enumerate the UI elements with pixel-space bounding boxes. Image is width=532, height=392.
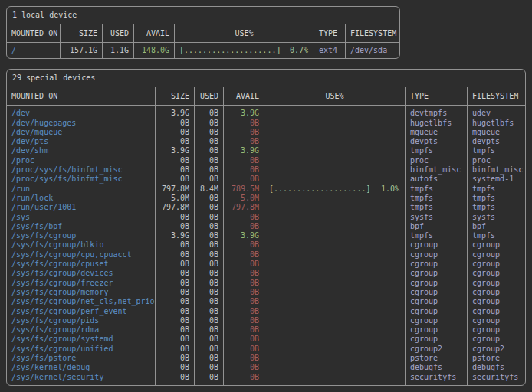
cell-used: 0B	[195, 240, 223, 250]
cell-fs: cgroup	[468, 335, 525, 344]
cell-size: 0B	[156, 156, 194, 165]
cell-size: 0B	[156, 119, 194, 128]
cell-mount: /dev/pts	[7, 137, 155, 146]
terminal-screen[interactable]: 1 local device MOUNTED ONSIZEUSEDAVAILUS…	[0, 0, 532, 392]
usage-bar	[269, 373, 274, 382]
usage-bar	[269, 213, 274, 222]
cell-fs: cgroup2	[468, 345, 525, 354]
usage-bar	[269, 194, 274, 203]
cell-size: 0B	[156, 345, 194, 354]
usage-bar-cell	[264, 137, 405, 146]
cell-fs: securityfs	[468, 373, 525, 382]
cell-mount: /sys/fs/cgroup/cpuset	[7, 260, 155, 269]
cell-mount: /proc	[7, 156, 155, 165]
cell-fs: tmpfs	[468, 203, 525, 212]
usage-bar-cell	[264, 222, 405, 231]
cell-mount: /sys/fs/cgroup/pids	[7, 316, 155, 325]
cell-avail: 0B	[224, 279, 264, 288]
cell-used: 0B	[195, 231, 223, 240]
cell-fs: /dev/sda	[346, 46, 399, 55]
local-devices-table: 1 local device MOUNTED ONSIZEUSEDAVAILUS…	[6, 6, 400, 59]
usage-bar	[269, 240, 274, 250]
usage-bar-cell	[264, 307, 405, 316]
usage-bar-cell	[264, 146, 405, 155]
usage-bar	[269, 363, 274, 372]
column-header-size: SIZE	[155, 87, 194, 105]
column-header-avail: AVAIL	[133, 24, 174, 42]
cell-used: 0B	[195, 363, 223, 372]
usage-bar: [....................]	[269, 185, 370, 194]
column-header-filesystem: FILESYSTEM	[467, 87, 525, 105]
column-header-type: TYPE	[405, 87, 467, 105]
usage-bar-cell	[264, 345, 405, 354]
cell-type: cgroup	[406, 316, 467, 325]
cell-avail: 3.9G	[224, 109, 264, 118]
cell-size: 0B	[156, 137, 194, 146]
cell-used: 0B	[195, 194, 223, 203]
cell-avail: 0B	[224, 156, 264, 165]
cell-used: 0B	[195, 288, 223, 297]
cell-avail: 0B	[224, 373, 264, 382]
cell-type: cgroup	[406, 240, 467, 250]
column-type: ext4	[314, 43, 345, 58]
cell-size: 0B	[156, 222, 194, 231]
usage-bar-cell	[264, 165, 405, 175]
usage-bar-cell	[264, 373, 405, 382]
cell-avail: 0B	[224, 345, 264, 354]
cell-size: 3.9G	[156, 109, 194, 118]
cell-used: 0B	[195, 109, 223, 118]
column-used: 0B0B0B0B0B0B0B0B8.4M0B0B0B0B0B0B0B0B0B0B…	[194, 106, 223, 385]
cell-size: 0B	[156, 297, 194, 306]
usage-bar-cell: [....................]1.0%	[264, 185, 405, 194]
cell-type: bpf	[406, 222, 467, 231]
usage-bar	[269, 156, 274, 165]
column-header-avail: AVAIL	[223, 87, 264, 105]
cell-fs: tmpfs	[468, 146, 525, 155]
cell-used: 0B	[195, 297, 223, 306]
cell-size: 0B	[156, 316, 194, 325]
cell-fs: cgroup	[468, 288, 525, 297]
special-devices-table-body: /dev/dev/hugepages/dev/mqueue/dev/pts/de…	[7, 106, 525, 385]
usage-bar	[269, 222, 274, 231]
cell-avail: 0B	[224, 297, 264, 306]
cell-type: binfmt_misc	[406, 165, 467, 175]
cell-size: 0B	[156, 307, 194, 316]
column-header-use-: USE%	[264, 87, 405, 105]
cell-fs: proc	[468, 156, 525, 165]
cell-type: tmpfs	[406, 194, 467, 203]
cell-mount: /sys/fs/cgroup/net_cls,net_prio	[7, 297, 155, 306]
cell-avail: 0B	[224, 250, 264, 260]
cell-type: ext4	[314, 46, 345, 55]
usage-bar-cell	[264, 119, 405, 128]
local-devices-table-body: /157.1G1.1G148.0G[....................]0…	[7, 43, 399, 58]
usage-bar-cell	[264, 325, 405, 335]
cell-type: debugfs	[406, 363, 467, 372]
cell-mount: /dev/shm	[7, 146, 155, 155]
cell-used: 8.4M	[195, 185, 223, 194]
column-header-use-: USE%	[174, 24, 314, 42]
cell-type: cgroup	[406, 325, 467, 335]
usage-bar-cell	[264, 297, 405, 306]
usage-bar-cell	[264, 194, 405, 203]
usage-bar	[269, 137, 274, 146]
usage-bar: [....................]	[179, 46, 281, 55]
column-avail: 148.0G	[133, 43, 174, 58]
column-used: 1.1G	[102, 43, 133, 58]
usage-bar-cell	[264, 335, 405, 344]
cell-mount: /run/lock	[7, 194, 155, 203]
cell-fs: devpts	[468, 137, 525, 146]
cell-used: 0B	[195, 316, 223, 325]
cell-mount: /sys	[7, 213, 155, 222]
cell-avail: 5.0M	[224, 194, 264, 203]
usage-bar	[269, 307, 274, 316]
cell-size: 5.0M	[156, 194, 194, 203]
usage-bar	[269, 109, 274, 118]
usage-percent: 0.7%	[290, 46, 308, 55]
cell-type: cgroup	[406, 250, 467, 260]
cell-avail: 148.0G	[134, 46, 174, 55]
cell-avail: 797.8M	[224, 203, 264, 212]
cell-size: 797.8M	[156, 185, 194, 194]
cell-avail: 0B	[224, 175, 264, 184]
usage-bar-cell	[264, 288, 405, 297]
cell-size: 0B	[156, 288, 194, 297]
